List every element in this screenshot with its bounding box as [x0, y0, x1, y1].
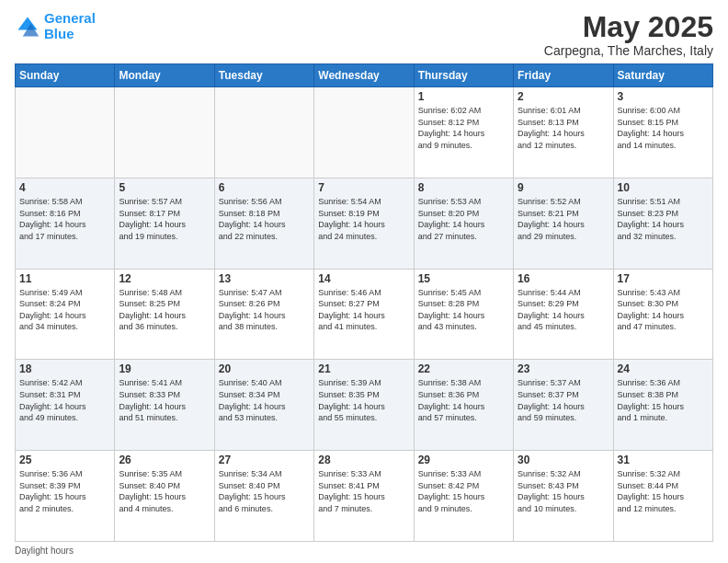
col-header-friday: Friday — [514, 64, 613, 87]
header: General Blue May 2025 Carpegna, The Marc… — [15, 11, 713, 58]
day-info: Sunrise: 5:33 AM Sunset: 8:41 PM Dayligh… — [318, 468, 409, 514]
day-number: 28 — [318, 454, 409, 466]
calendar-cell: 13Sunrise: 5:47 AM Sunset: 8:26 PM Dayli… — [214, 269, 313, 360]
calendar-cell: 18Sunrise: 5:42 AM Sunset: 8:31 PM Dayli… — [16, 360, 115, 451]
logo: General Blue — [15, 11, 96, 41]
col-header-monday: Monday — [115, 64, 214, 87]
day-info: Sunrise: 5:36 AM Sunset: 8:39 PM Dayligh… — [19, 468, 110, 514]
day-info: Sunrise: 5:57 AM Sunset: 8:17 PM Dayligh… — [119, 196, 210, 242]
calendar-cell: 5Sunrise: 5:57 AM Sunset: 8:17 PM Daylig… — [115, 178, 214, 269]
col-header-tuesday: Tuesday — [214, 64, 313, 87]
calendar-cell: 26Sunrise: 5:35 AM Sunset: 8:40 PM Dayli… — [115, 451, 214, 542]
day-number: 31 — [618, 454, 709, 466]
day-info: Sunrise: 5:40 AM Sunset: 8:34 PM Dayligh… — [219, 377, 310, 423]
calendar-cell: 6Sunrise: 5:56 AM Sunset: 8:18 PM Daylig… — [214, 178, 313, 269]
calendar-cell: 19Sunrise: 5:41 AM Sunset: 8:33 PM Dayli… — [115, 360, 214, 451]
day-info: Sunrise: 5:42 AM Sunset: 8:31 PM Dayligh… — [19, 377, 110, 423]
day-number: 30 — [518, 454, 609, 466]
calendar-cell: 25Sunrise: 5:36 AM Sunset: 8:39 PM Dayli… — [16, 451, 115, 542]
day-info: Sunrise: 5:32 AM Sunset: 8:43 PM Dayligh… — [518, 468, 609, 514]
col-header-saturday: Saturday — [613, 64, 712, 87]
day-info: Sunrise: 5:34 AM Sunset: 8:40 PM Dayligh… — [219, 468, 310, 514]
calendar-cell — [115, 87, 214, 178]
calendar-cell: 2Sunrise: 6:01 AM Sunset: 8:13 PM Daylig… — [514, 87, 613, 178]
day-number: 21 — [318, 362, 409, 375]
footer-note: Daylight hours — [15, 546, 713, 556]
day-info: Sunrise: 6:02 AM Sunset: 8:12 PM Dayligh… — [418, 105, 509, 151]
day-number: 15 — [418, 272, 509, 285]
day-number: 4 — [19, 181, 110, 194]
svg-marker-0 — [18, 17, 38, 29]
day-info: Sunrise: 5:52 AM Sunset: 8:21 PM Dayligh… — [518, 196, 609, 242]
day-info: Sunrise: 5:37 AM Sunset: 8:37 PM Dayligh… — [518, 377, 609, 423]
day-number: 16 — [518, 272, 609, 285]
col-header-wednesday: Wednesday — [314, 64, 414, 87]
day-info: Sunrise: 5:39 AM Sunset: 8:35 PM Dayligh… — [318, 377, 409, 423]
main-title: May 2025 — [544, 11, 713, 43]
calendar-cell: 4Sunrise: 5:58 AM Sunset: 8:16 PM Daylig… — [16, 178, 115, 269]
day-info: Sunrise: 5:43 AM Sunset: 8:30 PM Dayligh… — [618, 287, 709, 333]
day-info: Sunrise: 5:48 AM Sunset: 8:25 PM Dayligh… — [119, 287, 210, 333]
day-number: 8 — [418, 181, 509, 194]
day-info: Sunrise: 5:36 AM Sunset: 8:38 PM Dayligh… — [618, 377, 709, 423]
day-number: 13 — [219, 272, 310, 285]
calendar-week-row: 4Sunrise: 5:58 AM Sunset: 8:16 PM Daylig… — [16, 178, 713, 269]
calendar-cell: 31Sunrise: 5:32 AM Sunset: 8:44 PM Dayli… — [613, 451, 712, 542]
calendar-cell: 23Sunrise: 5:37 AM Sunset: 8:37 PM Dayli… — [514, 360, 613, 451]
day-info: Sunrise: 5:49 AM Sunset: 8:24 PM Dayligh… — [19, 287, 110, 333]
day-info: Sunrise: 5:35 AM Sunset: 8:40 PM Dayligh… — [119, 468, 210, 514]
day-number: 11 — [19, 272, 110, 285]
calendar-cell: 27Sunrise: 5:34 AM Sunset: 8:40 PM Dayli… — [214, 451, 313, 542]
day-number: 10 — [618, 181, 709, 194]
calendar-cell — [16, 87, 115, 178]
col-header-thursday: Thursday — [414, 64, 513, 87]
day-number: 19 — [119, 362, 210, 375]
calendar-cell — [214, 87, 313, 178]
calendar-cell: 3Sunrise: 6:00 AM Sunset: 8:15 PM Daylig… — [613, 87, 712, 178]
day-number: 12 — [119, 272, 210, 285]
day-number: 18 — [19, 362, 110, 375]
calendar-cell: 29Sunrise: 5:33 AM Sunset: 8:42 PM Dayli… — [414, 451, 513, 542]
calendar-cell: 24Sunrise: 5:36 AM Sunset: 8:38 PM Dayli… — [613, 360, 712, 451]
day-number: 26 — [119, 454, 210, 466]
day-number: 23 — [518, 362, 609, 375]
day-info: Sunrise: 5:44 AM Sunset: 8:29 PM Dayligh… — [518, 287, 609, 333]
day-number: 5 — [119, 181, 210, 194]
calendar-cell: 16Sunrise: 5:44 AM Sunset: 8:29 PM Dayli… — [514, 269, 613, 360]
calendar-week-row: 25Sunrise: 5:36 AM Sunset: 8:39 PM Dayli… — [16, 451, 713, 542]
day-info: Sunrise: 5:38 AM Sunset: 8:36 PM Dayligh… — [418, 377, 509, 423]
logo-line2: Blue — [44, 27, 96, 42]
day-number: 2 — [518, 90, 609, 103]
day-info: Sunrise: 6:00 AM Sunset: 8:15 PM Dayligh… — [618, 105, 709, 151]
calendar-cell: 7Sunrise: 5:54 AM Sunset: 8:19 PM Daylig… — [314, 178, 414, 269]
calendar-week-row: 11Sunrise: 5:49 AM Sunset: 8:24 PM Dayli… — [16, 269, 713, 360]
calendar-cell: 22Sunrise: 5:38 AM Sunset: 8:36 PM Dayli… — [414, 360, 513, 451]
calendar-cell: 9Sunrise: 5:52 AM Sunset: 8:21 PM Daylig… — [514, 178, 613, 269]
calendar-cell — [314, 87, 414, 178]
calendar-header-row: SundayMondayTuesdayWednesdayThursdayFrid… — [16, 64, 713, 87]
logo-icon — [15, 14, 40, 40]
day-info: Sunrise: 5:46 AM Sunset: 8:27 PM Dayligh… — [318, 287, 409, 333]
subtitle: Carpegna, The Marches, Italy — [544, 43, 713, 58]
calendar-cell: 8Sunrise: 5:53 AM Sunset: 8:20 PM Daylig… — [414, 178, 513, 269]
day-number: 9 — [518, 181, 609, 194]
calendar-week-row: 1Sunrise: 6:02 AM Sunset: 8:12 PM Daylig… — [16, 87, 713, 178]
day-number: 27 — [219, 454, 310, 466]
day-number: 1 — [418, 90, 509, 103]
calendar-cell: 14Sunrise: 5:46 AM Sunset: 8:27 PM Dayli… — [314, 269, 414, 360]
day-info: Sunrise: 5:45 AM Sunset: 8:28 PM Dayligh… — [418, 287, 509, 333]
logo-text: General Blue — [44, 11, 96, 41]
day-info: Sunrise: 5:33 AM Sunset: 8:42 PM Dayligh… — [418, 468, 509, 514]
calendar-cell: 30Sunrise: 5:32 AM Sunset: 8:43 PM Dayli… — [514, 451, 613, 542]
calendar-cell: 17Sunrise: 5:43 AM Sunset: 8:30 PM Dayli… — [613, 269, 712, 360]
calendar-cell: 12Sunrise: 5:48 AM Sunset: 8:25 PM Dayli… — [115, 269, 214, 360]
day-info: Sunrise: 5:47 AM Sunset: 8:26 PM Dayligh… — [219, 287, 310, 333]
day-number: 22 — [418, 362, 509, 375]
day-info: Sunrise: 5:51 AM Sunset: 8:23 PM Dayligh… — [618, 196, 709, 242]
calendar-cell: 15Sunrise: 5:45 AM Sunset: 8:28 PM Dayli… — [414, 269, 513, 360]
day-number: 24 — [618, 362, 709, 375]
day-info: Sunrise: 6:01 AM Sunset: 8:13 PM Dayligh… — [518, 105, 609, 151]
calendar-cell: 21Sunrise: 5:39 AM Sunset: 8:35 PM Dayli… — [314, 360, 414, 451]
col-header-sunday: Sunday — [16, 64, 115, 87]
page: General Blue May 2025 Carpegna, The Marc… — [0, 0, 728, 563]
